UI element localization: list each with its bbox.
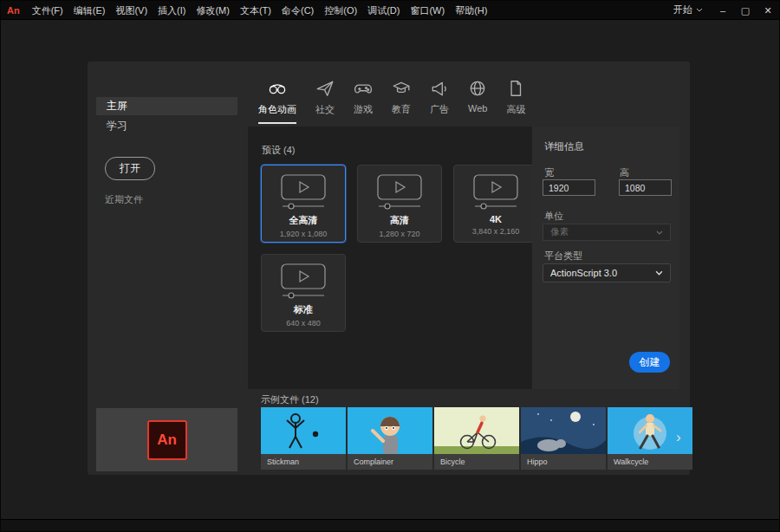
main-area: 主屏 学习 打开 近期文件 An (1, 20, 779, 521)
close-button[interactable]: ✕ (757, 1, 779, 20)
stickman-thumbnail (261, 407, 346, 454)
tab-web[interactable]: Web (468, 79, 487, 124)
tab-games[interactable]: 游戏 (354, 79, 373, 124)
preset-size: 1,920 x 1,080 (280, 230, 328, 238)
menu-item-insert[interactable]: 插入(I) (153, 1, 191, 20)
minimize-button[interactable]: – (712, 1, 734, 20)
video-placeholder-icon (377, 174, 422, 211)
width-field[interactable] (543, 179, 595, 196)
start-screen-panel: 主屏 学习 打开 近期文件 An (88, 62, 690, 475)
preset-card-fullhd[interactable]: 全高清 1,920 x 1,080 (261, 165, 346, 243)
sample-card-hippo[interactable]: Hippo (521, 407, 606, 470)
sidebar-item-learn[interactable]: 学习 (96, 117, 237, 135)
preset-grid: 全高清 1,920 x 1,080 高清 (261, 165, 521, 338)
sample-card-complainer[interactable]: Complainer (348, 407, 432, 470)
height-field[interactable] (619, 179, 672, 196)
platform-type-label: 平台类型 (544, 250, 582, 263)
sample-name: Stickman (261, 454, 346, 470)
platform-value: ActionScript 3.0 (550, 268, 617, 278)
tab-label: Web (468, 103, 487, 114)
menu-item-debug[interactable]: 调试(D) (362, 1, 405, 20)
sidebar: 主屏 学习 打开 近期文件 An (88, 62, 248, 475)
samples-next-arrow[interactable]: › (676, 429, 681, 446)
menu-item-control[interactable]: 控制(O) (319, 1, 362, 20)
samples-header: 示例文件 (12) (261, 393, 319, 406)
presets-section: 预设 (4) 全高清 1,920 x 1,080 (248, 127, 532, 389)
tab-label: 角色动画 (258, 103, 296, 116)
sample-card-bicycle[interactable]: Bicycle (434, 407, 519, 470)
menubar: An 文件(F) 编辑(E) 视图(V) 插入(I) 修改(M) 文本(T) 命… (1, 1, 779, 20)
sidebar-item-home[interactable]: 主屏 (96, 97, 237, 115)
animate-logo: An (147, 420, 187, 460)
workspace-switcher[interactable]: 开始 (670, 3, 696, 16)
sample-card-stickman[interactable]: Stickman (261, 407, 346, 470)
tab-label: 游戏 (354, 103, 373, 116)
height-label: 高 (620, 166, 629, 179)
sample-name: Walkcycle (608, 454, 692, 470)
sample-name: Bicycle (434, 454, 519, 470)
preset-card-hd[interactable]: 高清 1,280 x 720 (357, 165, 442, 243)
recent-files-label: 近期文件 (105, 193, 143, 206)
preset-name: 全高清 (289, 214, 318, 227)
menu-item-edit[interactable]: 编辑(E) (68, 1, 111, 20)
tab-social[interactable]: 社交 (315, 79, 335, 124)
app-logo-card: An (96, 408, 237, 471)
presets-header: 预设 (4) (262, 144, 296, 157)
details-title: 详细信息 (544, 140, 584, 153)
titlebar-right: 开始 – ▢ ✕ (670, 1, 779, 20)
tab-education[interactable]: 教育 (392, 79, 411, 124)
menu-item-commands[interactable]: 命令(C) (276, 1, 319, 20)
preset-card-standard[interactable]: 标准 640 x 480 (261, 254, 346, 332)
menu-item-window[interactable]: 窗口(W) (405, 1, 450, 20)
open-button[interactable]: 打开 (105, 157, 155, 180)
maximize-button[interactable]: ▢ (734, 1, 757, 20)
chevron-down-icon (655, 270, 663, 276)
menu-item-file[interactable]: 文件(F) (27, 1, 68, 20)
video-placeholder-icon (473, 174, 518, 211)
gamepad-icon (354, 79, 373, 98)
menu-item-text[interactable]: 文本(T) (235, 1, 276, 20)
tab-label: 高级 (506, 103, 525, 116)
character-animation-icon (268, 79, 287, 98)
preset-size: 1,280 x 720 (379, 230, 419, 238)
bicycle-thumbnail (434, 407, 519, 454)
document-icon (506, 79, 525, 98)
hippo-thumbnail (521, 407, 606, 454)
preset-name: 4K (490, 214, 502, 224)
globe-icon (468, 79, 487, 98)
content-area: 角色动画 社交 (248, 62, 690, 475)
preset-name: 高清 (390, 214, 409, 227)
menu-item-view[interactable]: 视图(V) (110, 1, 153, 20)
megaphone-icon (430, 79, 449, 98)
graduation-cap-icon (392, 79, 411, 98)
sample-name: Hippo (521, 454, 606, 470)
preset-size: 640 x 480 (286, 319, 321, 328)
create-button[interactable]: 创建 (629, 352, 670, 373)
platform-select[interactable]: ActionScript 3.0 (543, 263, 671, 282)
tab-advanced[interactable]: 高级 (506, 79, 525, 124)
video-placeholder-icon (281, 263, 326, 300)
tab-character-animation[interactable]: 角色动画 (258, 79, 296, 124)
preset-name: 标准 (294, 303, 313, 316)
preset-card-4k[interactable]: 4K 3,840 x 2,160 (453, 165, 538, 243)
tab-label: 广告 (430, 103, 449, 116)
tab-label: 教育 (392, 103, 411, 116)
samples-row: Stickman Complainer (261, 407, 692, 470)
unit-value: 像素 (550, 226, 569, 238)
preset-size: 3,840 x 2,160 (472, 227, 520, 236)
category-tabs: 角色动画 社交 (258, 79, 525, 124)
unit-label: 单位 (544, 210, 563, 223)
details-panel: 详细信息 宽 高 单位 像素 平台类型 ActionScript 3.0 (532, 127, 679, 389)
chevron-down-icon (656, 230, 663, 235)
menu-item-help[interactable]: 帮助(H) (450, 1, 492, 20)
sample-name: Complainer (348, 454, 432, 470)
app-logo-an: An (1, 5, 27, 16)
unit-select[interactable]: 像素 (543, 224, 671, 241)
window-bottom-edge (1, 519, 779, 531)
menu-item-modify[interactable]: 修改(M) (191, 1, 235, 20)
video-placeholder-icon (281, 174, 326, 211)
paper-plane-icon (315, 79, 335, 98)
tab-label: 社交 (315, 103, 335, 116)
chevron-down-icon (696, 8, 703, 12)
tab-ads[interactable]: 广告 (430, 79, 449, 124)
